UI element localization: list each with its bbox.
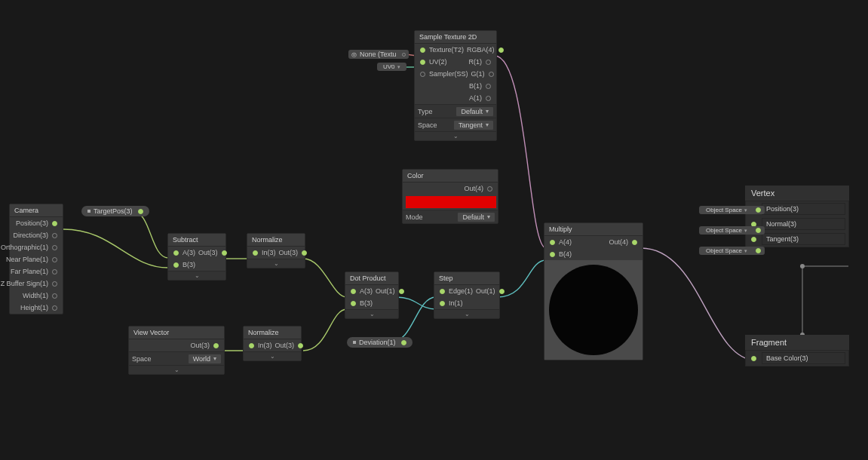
plug-icon [351,301,356,306]
slot-field: Base Color(3) [762,352,845,364]
space-tag-normal[interactable]: Object Space [699,226,765,235]
collapse-toggle[interactable]: ⌄ [129,365,224,374]
port-a-out[interactable]: A(3) Out(1) [345,285,398,297]
node-normalize-1[interactable]: Normalize In(3) Out(3) ⌄ [247,233,305,268]
port-b[interactable]: B(3) [345,297,398,309]
color-swatch[interactable] [406,196,496,208]
node-view-vector[interactable]: View Vector Out(3) Space World ⌄ [128,326,225,375]
collapse-toggle[interactable]: ⌄ [247,259,305,268]
node-title: Dot Product [345,272,398,285]
port-b[interactable]: B(3) [168,259,225,271]
port-a-out[interactable]: A(4) Out(4) [544,236,643,248]
space-dropdown[interactable]: Tangent [454,121,493,130]
plug-icon [420,48,425,53]
space-dropdown[interactable]: World [189,354,221,363]
slot-field: Tangent(3) [762,233,845,245]
plug-icon [751,237,756,242]
plug-icon [298,343,303,348]
uv-dropdown[interactable]: UV0 [380,63,403,70]
plug-icon [173,250,179,256]
plug-icon [52,305,57,311]
port-near[interactable]: Near Plane(1) [10,253,63,265]
port-in-out[interactable]: In(3) Out(3) [247,247,305,259]
plug-icon [486,96,491,101]
fragment-slot-basecolor[interactable]: Base Color(3) [746,351,848,366]
plug-icon [487,186,492,192]
plug-icon [489,72,494,77]
space-tag-position[interactable]: Object Space [699,206,765,214]
prop-label: Space [418,121,437,129]
port-direction[interactable]: Direction(3) [10,229,63,241]
port-edge-out[interactable]: Edge(1) Out(1) [434,285,499,297]
port-tex-rgba[interactable]: Texture(T2) RGBA(4) [415,44,496,56]
port-b[interactable]: B(1) [415,80,496,92]
plug-icon [499,289,505,294]
plug-icon [253,250,258,256]
plug-icon [632,240,637,245]
node-multiply[interactable]: Multiply A(4) Out(4) B(4) [544,222,643,360]
collapse-toggle[interactable]: ⌄ [345,309,398,318]
plug-icon [52,281,57,287]
node-title: Normalize [247,234,305,247]
node-color[interactable]: Color Out(4) Mode Default [402,169,498,224]
prop-mode: Mode Default [403,210,498,223]
port-in[interactable]: In(1) [434,297,499,309]
node-dot-product[interactable]: Dot Product A(3) Out(1) B(3) ⌄ [345,271,399,319]
fragment-title: Fragment [745,335,849,350]
port-width[interactable]: Width(1) [10,290,63,302]
port-orthographic[interactable]: Orthographic(1) [10,241,63,253]
node-camera[interactable]: Camera Position(3) Direction(3) Orthogra… [9,204,63,314]
node-title: Camera [10,204,63,217]
plug-icon [550,252,555,257]
vertex-title: Vertex [745,186,849,201]
plug-icon [138,209,143,214]
collapse-toggle[interactable]: ⌄ [168,271,225,280]
collapse-toggle[interactable]: ⌄ [415,131,496,140]
port-zbuffer[interactable]: Z Buffer Sign(1) [10,278,63,290]
port-uv-r[interactable]: UV(2) R(1) [415,56,496,68]
space-tag-tangent[interactable]: Object Space [699,247,765,255]
port-a[interactable]: A(1) [415,92,496,104]
plug-icon [173,262,179,268]
texture-slot[interactable]: ◎ None (Textu [348,50,409,59]
port-out[interactable]: Out(3) [129,339,224,351]
plug-icon [52,269,57,274]
port-in-out[interactable]: In(3) Out(3) [244,339,301,351]
node-title: Subtract [168,234,225,247]
prop-label: Mode [406,213,423,221]
port-height[interactable]: Height(1) [10,302,63,314]
target-icon [402,53,406,57]
plug-icon [756,207,761,213]
node-preview [544,260,643,360]
collapse-toggle[interactable]: ⌄ [244,351,301,360]
port-far[interactable]: Far Plane(1) [10,265,63,278]
node-normalize-2[interactable]: Normalize In(3) Out(3) ⌄ [243,326,302,361]
uv-slot[interactable]: UV0 [377,63,406,71]
plug-icon [550,240,555,245]
port-b[interactable]: B(4) [544,248,643,260]
port-position[interactable]: Position(3) [10,217,63,229]
node-title: Step [434,272,499,285]
plug-icon [420,60,425,65]
property-deviation[interactable]: Deviation(1) [347,337,413,348]
mode-dropdown[interactable]: Default [458,213,495,222]
slot-field: Position(3) [762,203,845,215]
port-sampler-g[interactable]: Sampler(SS) G(1) [415,68,496,80]
port-out[interactable]: Out(4) [403,182,498,195]
collapse-toggle[interactable]: ⌄ [434,309,499,318]
node-title: Multiply [544,223,643,236]
plug-icon [756,248,761,253]
prop-label: Space [132,355,152,363]
port-a-out[interactable]: A(3) Out(3) [168,247,225,259]
label: TargetPos(3) [94,207,133,215]
svg-point-5 [800,264,805,268]
node-subtract[interactable]: Subtract A(3) Out(3) B(3) ⌄ [167,233,226,281]
plug-icon [401,340,406,345]
property-targetpos[interactable]: TargetPos(3) [81,206,149,216]
type-dropdown[interactable]: Default [456,107,493,116]
node-step[interactable]: Step Edge(1) Out(1) In(1) ⌄ [434,271,500,319]
node-sample-texture-2d[interactable]: Sample Texture 2D Texture(T2) RGBA(4) UV… [414,30,497,141]
plug-icon [751,356,756,361]
plug-icon [440,301,445,306]
preview-circle-icon [549,265,638,355]
